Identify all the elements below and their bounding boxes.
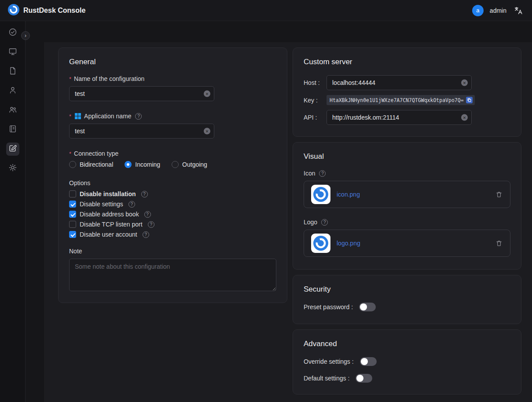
- logo-preview: [311, 234, 330, 253]
- api-input[interactable]: [327, 110, 472, 125]
- translate-icon[interactable]: [513, 5, 524, 16]
- help-icon[interactable]: ?: [319, 170, 326, 177]
- logbook-icon: [8, 124, 17, 135]
- required-mark: *: [69, 113, 71, 120]
- toggle-knob: [360, 303, 367, 311]
- sidebar: [0, 21, 26, 402]
- required-mark: *: [69, 150, 71, 157]
- sidebar-item-custom-clients[interactable]: [6, 143, 19, 156]
- help-icon[interactable]: ?: [148, 221, 154, 228]
- note-textarea[interactable]: [69, 259, 276, 291]
- copy-icon[interactable]: [466, 97, 473, 103]
- preset-password-label: Preset password :: [304, 303, 353, 311]
- app-name-input[interactable]: [69, 124, 214, 139]
- checkbox-disable-address-book[interactable]: Disable address book ?: [69, 211, 276, 218]
- rustdesk-logo: [8, 4, 19, 17]
- icon-label: Icon ?: [304, 170, 510, 177]
- checkbox-box: [69, 231, 76, 238]
- api-label: API :: [304, 114, 327, 121]
- help-icon[interactable]: ?: [143, 231, 149, 238]
- host-input[interactable]: [327, 75, 472, 90]
- config-name-label: * Name of the configuration: [69, 75, 276, 82]
- app-header: RustDesk Console a admin: [0, 0, 532, 21]
- checkbox-box: [69, 201, 76, 208]
- checkbox-disable-tcp-listen-port[interactable]: Disable TCP listen port ?: [69, 221, 276, 228]
- radio-dot: [172, 161, 179, 168]
- checkbox-disable-user-account[interactable]: Disable user account ?: [69, 231, 276, 238]
- checkbox-disable-installation[interactable]: Disable installation ?: [69, 190, 276, 197]
- security-card: Security Preset password :: [293, 275, 521, 324]
- help-icon[interactable]: ?: [321, 219, 328, 226]
- preset-password-toggle[interactable]: [359, 303, 376, 311]
- clear-icon[interactable]: ✕: [204, 91, 210, 97]
- help-icon[interactable]: ?: [141, 191, 148, 197]
- sidebar-item-documents[interactable]: [6, 65, 19, 78]
- key-value: HtaXBkJNHyn0e1U1jWXze7A7CN7QTGWqxkOtpaVp…: [327, 95, 475, 105]
- sidebar-item-status[interactable]: [6, 26, 19, 40]
- sidebar-item-devices[interactable]: [6, 46, 19, 59]
- brand: RustDesk Console: [8, 4, 85, 17]
- radio-outgoing[interactable]: Outgoing: [172, 161, 207, 168]
- connection-type-group: Bidirectional Incoming Outgoing: [69, 161, 276, 168]
- avatar[interactable]: a: [472, 5, 484, 16]
- sidebar-collapse-button[interactable]: ›: [21, 31, 30, 40]
- general-card: General * Name of the configuration ✕ *: [58, 48, 287, 303]
- help-icon[interactable]: ?: [144, 211, 151, 218]
- override-settings-label: Override settings :: [304, 358, 354, 365]
- icon-filebox: icon.png: [304, 181, 510, 208]
- toggle-knob: [361, 358, 368, 365]
- main-area: General * Name of the configuration ✕ *: [26, 21, 532, 402]
- help-icon[interactable]: ?: [128, 201, 135, 208]
- sidebar-item-settings[interactable]: [6, 162, 19, 175]
- logo-filename-link[interactable]: logo.png: [337, 240, 489, 247]
- default-settings-toggle[interactable]: [356, 374, 372, 383]
- sidebar-item-groups[interactable]: [6, 104, 19, 117]
- radio-dot: [125, 161, 132, 168]
- sidebar-item-users[interactable]: [6, 84, 19, 98]
- content-panel: General * Name of the configuration ✕ *: [44, 42, 532, 402]
- config-name-input[interactable]: [69, 86, 214, 101]
- settings-icon: [8, 163, 17, 174]
- custom-server-card: Custom server Host : ✕ Key : HtaXBkJNHyn…: [293, 48, 521, 137]
- visual-card: Visual Icon ? icon.png: [293, 142, 521, 270]
- override-settings-toggle[interactable]: [360, 357, 377, 366]
- monitor-icon: [8, 47, 17, 58]
- checkbox-box: [69, 221, 76, 228]
- trash-icon[interactable]: [495, 239, 503, 247]
- options-label: Options: [69, 179, 276, 186]
- advanced-title: Advanced: [304, 340, 510, 348]
- general-title: General: [69, 58, 276, 66]
- sidebar-item-audit[interactable]: [6, 123, 19, 136]
- users-icon: [8, 105, 17, 116]
- checkbox-box: [69, 211, 76, 218]
- visual-title: Visual: [304, 152, 510, 161]
- windows-icon: [75, 113, 81, 119]
- user-name[interactable]: admin: [490, 7, 506, 14]
- clear-icon[interactable]: ✕: [204, 128, 210, 135]
- note-label: Note: [69, 248, 276, 255]
- logo-label: Logo ?: [304, 219, 510, 226]
- clear-icon[interactable]: ✕: [461, 80, 468, 86]
- toggle-knob: [356, 375, 363, 382]
- icon-filename-link[interactable]: icon.png: [337, 191, 489, 198]
- custom-server-title: Custom server: [304, 58, 510, 66]
- required-mark: *: [69, 76, 71, 82]
- advanced-card: Advanced Override settings : Default set…: [293, 329, 521, 395]
- key-label: Key :: [304, 97, 327, 104]
- app-title: RustDesk Console: [23, 7, 85, 15]
- checkbox-box: [69, 190, 76, 197]
- user-icon: [8, 86, 17, 96]
- document-icon: [8, 66, 17, 77]
- check-circle-icon: [8, 28, 17, 38]
- connection-type-label: * Connection type: [69, 150, 276, 157]
- icon-preview: [311, 185, 330, 204]
- app-name-label: * Application name ?: [69, 113, 276, 120]
- edit-icon: [8, 144, 17, 154]
- help-icon[interactable]: ?: [135, 113, 142, 120]
- host-label: Host :: [304, 79, 327, 86]
- clear-icon[interactable]: ✕: [461, 114, 468, 121]
- radio-incoming[interactable]: Incoming: [125, 161, 160, 168]
- checkbox-disable-settings[interactable]: Disable settings ?: [69, 201, 276, 208]
- trash-icon[interactable]: [495, 190, 503, 198]
- radio-bidirectional[interactable]: Bidirectional: [69, 161, 113, 168]
